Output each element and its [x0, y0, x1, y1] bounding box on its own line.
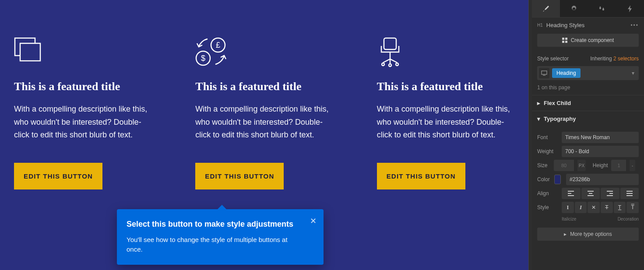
align-justify-icon	[626, 191, 633, 196]
chevron-down-icon[interactable]: ▾	[632, 70, 637, 76]
stack-icon	[14, 37, 151, 68]
brush-icon	[542, 5, 549, 12]
svg-rect-12	[562, 38, 564, 40]
svg-rect-1	[20, 43, 40, 61]
edit-button[interactable]: EDIT THIS BUTTON	[377, 163, 465, 189]
class-chip-heading[interactable]: Heading	[552, 68, 581, 78]
line-height-input[interactable]	[611, 160, 626, 171]
more-menu-icon[interactable]: •••	[630, 22, 639, 28]
section-label: Flex Child	[544, 100, 571, 106]
panel-tabs	[532, 0, 644, 18]
decoration-none-button[interactable]: ✕	[588, 202, 600, 213]
more-options-label: More type options	[570, 231, 612, 237]
align-left-icon	[568, 191, 574, 196]
tab-interactions[interactable]	[588, 0, 616, 17]
align-label: Align	[537, 190, 558, 196]
card-title[interactable]: This is a featured title	[14, 80, 151, 93]
strikethrough-button[interactable]: T	[601, 202, 613, 213]
office-chair-icon	[377, 37, 514, 68]
svg-rect-25	[609, 193, 613, 194]
page-canvas[interactable]: This is a featured title With a compelli…	[0, 0, 528, 270]
font-select[interactable]: Times New Roman	[562, 132, 639, 143]
card-title[interactable]: This is a featured title	[195, 80, 333, 93]
element-name: Heading Styles	[546, 22, 627, 28]
align-right-button[interactable]	[601, 188, 619, 199]
card-description[interactable]: With a compelling description like this,…	[14, 103, 151, 142]
svg-point-10	[389, 64, 391, 67]
svg-text:$: $	[201, 54, 205, 63]
style-panel: H1 Heading Styles ••• Create component S…	[532, 0, 644, 270]
card-description[interactable]: With a compelling description like this,…	[377, 103, 514, 142]
strikethrough-icon: T	[605, 204, 608, 210]
svg-point-11	[396, 63, 398, 66]
svg-rect-23	[588, 195, 594, 196]
size-input[interactable]	[554, 160, 574, 171]
align-justify-button[interactable]	[620, 188, 639, 199]
close-icon: ✕	[310, 217, 317, 225]
more-type-options-button[interactable]: ▸ More type options	[537, 228, 639, 241]
feature-card-1: This is a featured title With a compelli…	[14, 37, 151, 189]
height-unit[interactable]: -	[630, 160, 635, 171]
svg-rect-21	[588, 191, 594, 192]
overline-button[interactable]: T	[626, 202, 639, 213]
color-swatch[interactable]	[554, 175, 561, 184]
tab-settings[interactable]	[560, 0, 588, 17]
section-typography[interactable]: ▾ Typography	[532, 111, 644, 126]
typography-controls: Font Times New Roman Weight 700 - Bold S…	[532, 126, 644, 246]
svg-rect-13	[565, 38, 567, 40]
svg-rect-29	[626, 195, 633, 196]
chevron-down-icon: ▾	[537, 116, 540, 122]
instance-count: 1 on this page	[532, 83, 644, 95]
currency-exchange-icon: £ $	[195, 37, 333, 68]
svg-point-9	[382, 63, 384, 66]
italic-button[interactable]: I	[575, 202, 587, 213]
gear-icon	[570, 5, 577, 12]
style-selector-row: Style selector Inheriting 2 selectors	[532, 51, 644, 64]
chevron-right-icon: ▸	[537, 100, 540, 106]
align-center-button[interactable]	[581, 188, 600, 199]
h1-tag-badge: H1	[537, 23, 543, 28]
size-unit[interactable]: PX	[577, 160, 586, 171]
bolt-icon	[627, 5, 633, 12]
italic-icon: I	[580, 204, 582, 211]
cards-row: This is a featured title With a compelli…	[0, 0, 528, 189]
inheriting-info[interactable]: Inheriting 2 selectors	[590, 56, 639, 62]
card-title[interactable]: This is a featured title	[377, 80, 514, 93]
section-flex-child[interactable]: ▸ Flex Child	[532, 95, 644, 111]
align-right-icon	[607, 191, 613, 196]
align-left-button[interactable]	[562, 188, 581, 199]
tab-effects[interactable]	[616, 0, 644, 17]
inheriting-prefix: Inheriting	[590, 56, 613, 62]
card-description[interactable]: With a compelling description like this,…	[195, 103, 333, 142]
svg-rect-27	[626, 191, 633, 192]
droplets-icon	[598, 5, 605, 12]
style-sublabels: Italicize Decoration	[537, 216, 639, 223]
breakpoint-icon[interactable]	[539, 68, 549, 78]
decoration-label: Decoration	[618, 217, 639, 221]
underline-button[interactable]: T	[614, 202, 626, 213]
weight-select[interactable]: 700 - Bold	[562, 146, 639, 157]
svg-rect-26	[607, 195, 613, 196]
edit-button[interactable]: EDIT THIS BUTTON	[195, 163, 284, 189]
tooltip-body: You'll see how to change the style of mu…	[127, 235, 302, 254]
edit-button[interactable]: EDIT THIS BUTTON	[14, 163, 102, 189]
feature-card-3: This is a featured title With a compelli…	[377, 37, 514, 189]
color-input[interactable]	[566, 174, 639, 185]
align-center-icon	[588, 191, 594, 196]
tooltip-close-button[interactable]: ✕	[310, 216, 317, 226]
svg-rect-20	[568, 195, 574, 196]
svg-rect-19	[568, 193, 571, 194]
tooltip-title: Select this button to make style adjustm…	[127, 220, 312, 229]
decoration-none-icon: ✕	[591, 204, 596, 210]
svg-text:£: £	[216, 41, 220, 49]
italic-regular-button[interactable]: I	[562, 202, 574, 213]
scrollbar[interactable]	[528, 0, 532, 270]
svg-rect-22	[589, 193, 592, 194]
tab-style[interactable]	[532, 0, 560, 17]
create-component-button[interactable]: Create component	[537, 34, 639, 47]
svg-rect-15	[565, 41, 567, 43]
inheriting-count: 2 selectors	[613, 56, 639, 62]
weight-label: Weight	[537, 148, 558, 154]
selector-input[interactable]: Heading ▾	[537, 66, 639, 80]
section-label: Typography	[544, 116, 576, 122]
